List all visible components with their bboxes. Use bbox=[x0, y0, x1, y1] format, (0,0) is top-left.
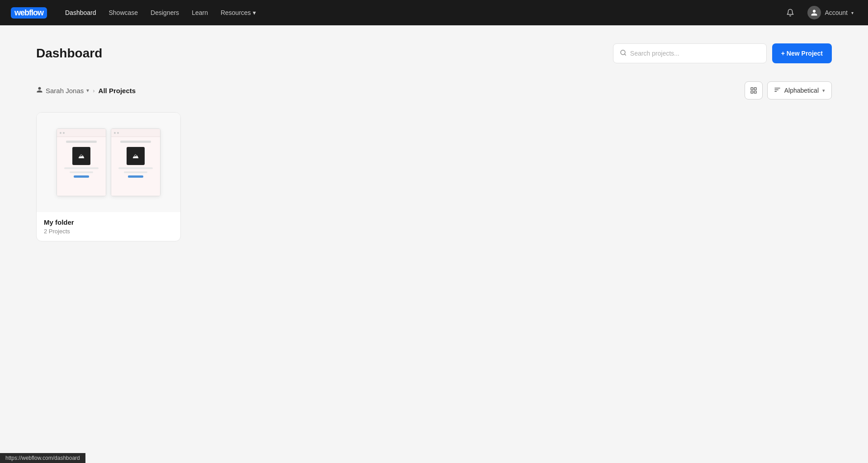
thumb-title-bar bbox=[66, 141, 96, 143]
nav-dashboard[interactable]: Dashboard bbox=[60, 6, 102, 19]
breadcrumb: Sarah Jonas ▾ › All Projects bbox=[36, 86, 136, 94]
nav-resources[interactable]: Resources ▾ bbox=[215, 6, 261, 19]
thumb-line bbox=[118, 167, 153, 169]
filter-row: Sarah Jonas ▾ › All Projects bbox=[36, 81, 832, 99]
thumb-dot bbox=[63, 132, 65, 134]
thumb-header-2 bbox=[111, 129, 160, 137]
status-bar: https://webflow.com/dashboard bbox=[0, 453, 85, 463]
sort-icon bbox=[774, 86, 781, 94]
breadcrumb-user[interactable]: Sarah Jonas ▾ bbox=[36, 86, 89, 94]
nav-learn[interactable]: Learn bbox=[186, 6, 213, 19]
breadcrumb-current: All Projects bbox=[99, 87, 136, 94]
project-thumb-1: ⛰ bbox=[57, 128, 106, 196]
thumb-line bbox=[64, 167, 99, 169]
thumb-image-1: ⛰ bbox=[72, 147, 90, 165]
logo[interactable]: webflow bbox=[11, 7, 49, 19]
project-thumb-2: ⛰ bbox=[111, 128, 160, 196]
thumb-dot bbox=[60, 132, 61, 134]
svg-rect-4 bbox=[751, 91, 753, 93]
thumb-body-2: ⛰ bbox=[111, 137, 160, 196]
folder-preview: ⛰ ⛰ bbox=[37, 113, 180, 212]
thumb-header-1 bbox=[57, 129, 106, 137]
sort-button[interactable]: Alphabetical ▾ bbox=[767, 81, 832, 99]
filter-right: Alphabetical ▾ bbox=[745, 81, 832, 99]
page-header: Dashboard + New Project bbox=[36, 43, 832, 63]
svg-rect-2 bbox=[751, 88, 753, 90]
page-title: Dashboard bbox=[36, 46, 102, 61]
search-box bbox=[613, 43, 767, 63]
thumb-line-short bbox=[124, 171, 148, 173]
folder-name: My folder bbox=[44, 218, 173, 226]
resources-chevron-icon: ▾ bbox=[253, 9, 256, 16]
view-toggle-button[interactable] bbox=[745, 81, 763, 99]
nav-designers[interactable]: Designers bbox=[145, 6, 184, 19]
sort-chevron-icon: ▾ bbox=[822, 88, 825, 94]
header-actions: + New Project bbox=[613, 43, 832, 63]
thumb-dot bbox=[114, 132, 116, 134]
image-icon: ⛰ bbox=[78, 152, 85, 160]
thumb-accent bbox=[128, 175, 143, 178]
projects-grid: ⛰ ⛰ bbox=[36, 112, 181, 241]
logo-bg: webflow bbox=[11, 7, 47, 19]
svg-line-1 bbox=[624, 54, 626, 55]
svg-rect-5 bbox=[754, 91, 756, 93]
search-icon bbox=[620, 49, 627, 57]
avatar bbox=[807, 6, 821, 19]
thumb-body-1: ⛰ bbox=[57, 137, 106, 196]
logo-wf-text: webflow bbox=[14, 8, 43, 18]
thumb-accent bbox=[74, 175, 89, 178]
status-url: https://webflow.com/dashboard bbox=[5, 455, 80, 461]
breadcrumb-separator-icon: › bbox=[93, 87, 94, 94]
account-label: Account bbox=[825, 9, 848, 16]
search-input[interactable] bbox=[630, 50, 760, 57]
breadcrumb-user-name: Sarah Jonas bbox=[46, 87, 84, 94]
folder-card[interactable]: ⛰ ⛰ bbox=[36, 112, 181, 241]
notifications-bell[interactable] bbox=[782, 5, 798, 21]
account-chevron-icon: ▾ bbox=[851, 10, 854, 15]
main-content: Dashboard + New Project bbox=[0, 25, 868, 260]
breadcrumb-user-dropdown-icon: ▾ bbox=[86, 87, 89, 94]
navbar-links: Dashboard Showcase Designers Learn Resou… bbox=[60, 6, 778, 19]
navbar-right: Account ▾ bbox=[782, 4, 857, 21]
svg-rect-3 bbox=[754, 88, 756, 90]
navbar: webflow Dashboard Showcase Designers Lea… bbox=[0, 0, 868, 25]
sort-label: Alphabetical bbox=[784, 87, 819, 94]
thumb-image-2: ⛰ bbox=[127, 147, 145, 165]
folder-info: My folder 2 Projects bbox=[37, 212, 180, 241]
new-project-button[interactable]: + New Project bbox=[772, 43, 832, 63]
thumb-line-short bbox=[70, 171, 94, 173]
folder-project-count: 2 Projects bbox=[44, 228, 173, 235]
image-icon: ⛰ bbox=[132, 152, 139, 160]
thumb-title-bar bbox=[120, 141, 151, 143]
account-menu[interactable]: Account ▾ bbox=[804, 4, 857, 21]
thumb-dot bbox=[117, 132, 119, 134]
user-icon bbox=[36, 86, 43, 94]
nav-showcase[interactable]: Showcase bbox=[104, 6, 144, 19]
